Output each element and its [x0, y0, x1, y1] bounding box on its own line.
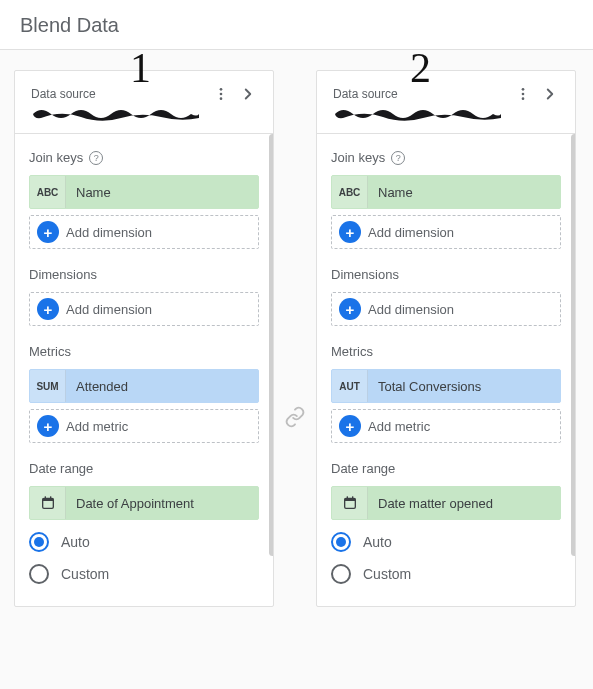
date-range-auto-radio[interactable]: Auto — [29, 526, 259, 558]
date-range-custom-radio[interactable]: Custom — [29, 558, 259, 590]
svg-point-8 — [522, 93, 525, 96]
svg-rect-12 — [346, 496, 347, 499]
data-source-card-2: Data source Join keys ? — [316, 70, 576, 607]
add-dimension-button[interactable]: + Add dimension — [331, 292, 561, 326]
help-icon[interactable]: ? — [391, 151, 405, 165]
svg-rect-5 — [44, 496, 45, 499]
calendar-icon — [332, 487, 368, 519]
radio-unselected-icon — [331, 564, 351, 584]
chip-label: Total Conversions — [368, 379, 491, 394]
more-icon[interactable] — [515, 86, 531, 102]
date-range-heading: Date range — [29, 461, 259, 476]
scrollbar[interactable] — [571, 134, 576, 556]
chip-label: Name — [368, 185, 423, 200]
join-key-chip[interactable]: ABC Name — [29, 175, 259, 209]
date-range-chip[interactable]: Date of Appointment — [29, 486, 259, 520]
radio-selected-icon — [331, 532, 351, 552]
svg-point-7 — [522, 88, 525, 91]
add-dimension-button[interactable]: + Add dimension — [29, 215, 259, 249]
dimensions-heading: Dimensions — [29, 267, 259, 282]
plus-icon: + — [37, 415, 59, 437]
page-title: Blend Data — [0, 0, 593, 50]
chip-label: Date of Appointment — [66, 496, 204, 511]
metric-chip[interactable]: SUM Attended — [29, 369, 259, 403]
add-dimension-button[interactable]: + Add dimension — [29, 292, 259, 326]
help-icon[interactable]: ? — [89, 151, 103, 165]
plus-icon: + — [37, 298, 59, 320]
svg-rect-6 — [50, 496, 51, 499]
link-icon[interactable] — [284, 406, 306, 432]
type-badge-agg: AUT — [332, 370, 368, 402]
date-range-heading: Date range — [331, 461, 561, 476]
add-metric-button[interactable]: + Add metric — [29, 409, 259, 443]
svg-point-0 — [220, 88, 223, 91]
type-badge-abc: ABC — [30, 176, 66, 208]
blend-canvas: 1 2 Data source Join — [0, 50, 593, 627]
chip-label: Attended — [66, 379, 138, 394]
metrics-heading: Metrics — [29, 344, 259, 359]
calendar-icon — [30, 487, 66, 519]
date-range-chip[interactable]: Date matter opened — [331, 486, 561, 520]
metrics-heading: Metrics — [331, 344, 561, 359]
join-key-chip[interactable]: ABC Name — [331, 175, 561, 209]
data-source-card-1: Data source Join keys ? — [14, 70, 274, 607]
plus-icon: + — [339, 298, 361, 320]
radio-selected-icon — [29, 532, 49, 552]
date-range-auto-radio[interactable]: Auto — [331, 526, 561, 558]
radio-unselected-icon — [29, 564, 49, 584]
plus-icon: + — [339, 221, 361, 243]
join-keys-heading: Join keys ? — [331, 150, 561, 165]
plus-icon: + — [339, 415, 361, 437]
scrollbar[interactable] — [269, 134, 274, 556]
svg-rect-4 — [42, 498, 53, 501]
svg-rect-13 — [352, 496, 353, 499]
date-range-custom-radio[interactable]: Custom — [331, 558, 561, 590]
add-dimension-button[interactable]: + Add dimension — [331, 215, 561, 249]
join-keys-heading: Join keys ? — [29, 150, 259, 165]
svg-rect-11 — [344, 498, 355, 501]
more-icon[interactable] — [213, 86, 229, 102]
redacted-source-name — [31, 105, 201, 123]
source-label: Data source — [333, 87, 398, 101]
type-badge-agg: SUM — [30, 370, 66, 402]
svg-point-2 — [220, 97, 223, 100]
svg-point-1 — [220, 93, 223, 96]
chip-label: Name — [66, 185, 121, 200]
metric-chip[interactable]: AUT Total Conversions — [331, 369, 561, 403]
svg-point-9 — [522, 97, 525, 100]
chip-label: Date matter opened — [368, 496, 503, 511]
plus-icon: + — [37, 221, 59, 243]
chevron-right-icon[interactable] — [239, 85, 257, 103]
dimensions-heading: Dimensions — [331, 267, 561, 282]
card-header: Data source — [317, 71, 575, 134]
chevron-right-icon[interactable] — [541, 85, 559, 103]
type-badge-abc: ABC — [332, 176, 368, 208]
redacted-source-name — [333, 105, 503, 123]
add-metric-button[interactable]: + Add metric — [331, 409, 561, 443]
card-header: Data source — [15, 71, 273, 134]
source-label: Data source — [31, 87, 96, 101]
